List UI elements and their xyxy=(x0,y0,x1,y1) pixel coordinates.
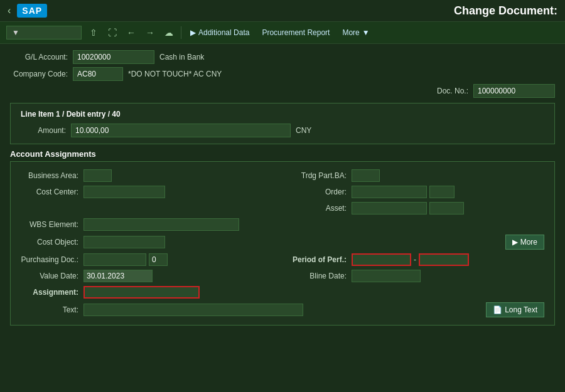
text-field: Text: xyxy=(21,304,483,316)
asset-label: Asset: xyxy=(289,204,352,213)
doc-no-row: Doc. No.: xyxy=(10,84,555,98)
order-label: Order: xyxy=(289,188,352,196)
business-area-label: Business Area: xyxy=(21,171,83,180)
cost-center-field: Cost Center: xyxy=(21,186,276,198)
cost-object-input[interactable] xyxy=(83,236,165,248)
cloud-icon[interactable]: ☁ xyxy=(162,26,176,40)
company-code-label: Company Code: xyxy=(10,70,73,78)
period-of-perf-input2[interactable] xyxy=(419,253,469,266)
order-field: Order: xyxy=(276,186,544,198)
procurement-report-button[interactable]: Procurement Report xyxy=(258,26,333,39)
purchasing-doc-row: Purchasing Doc.: Period of Perf.: - xyxy=(21,253,544,266)
line-item-box: Line Item 1 / Debit entry / 40 Amount: C… xyxy=(10,103,555,144)
forward-document-icon[interactable]: → xyxy=(143,26,157,40)
bline-date-label: Bline Date: xyxy=(289,272,352,280)
trdg-part-ba-input[interactable] xyxy=(352,169,380,182)
assignment-label: Assignment: xyxy=(21,288,83,297)
text-input[interactable] xyxy=(83,304,303,316)
bline-date-input[interactable] xyxy=(352,270,421,282)
company-code-row: Company Code: *DO NOT TOUCH* AC CNY xyxy=(10,67,555,81)
header-left: ‹ SAP xyxy=(8,4,47,18)
assignment-field: Assignment: xyxy=(21,286,282,299)
doc-no-label: Doc. No.: xyxy=(437,87,468,95)
more-button-container: ▶ More xyxy=(282,235,544,250)
amount-label: Amount: xyxy=(21,126,71,135)
ba-row: Business Area: Trdg Part.BA: xyxy=(21,169,544,182)
cost-center-row: Cost Center: Order: xyxy=(21,186,544,198)
value-date-label: Value Date: xyxy=(21,272,83,280)
value-date-row: Value Date: Bline Date: xyxy=(21,270,544,282)
back-arrow-icon[interactable]: ‹ xyxy=(8,5,11,16)
assignment-row: Assignment: xyxy=(21,286,544,299)
wbs-element-input[interactable] xyxy=(83,218,239,231)
wbs-field: WBS Element: xyxy=(21,218,282,231)
text-label: Text: xyxy=(21,305,83,314)
text-row: Text: 📄 Long Text xyxy=(21,302,544,317)
cost-center-input[interactable] xyxy=(83,186,165,198)
amount-row: Amount: CNY xyxy=(21,124,544,137)
gl-account-label: G/L Account: xyxy=(10,53,73,61)
cost-object-label: Cost Object: xyxy=(21,238,83,246)
purchasing-doc-input2[interactable] xyxy=(149,253,168,266)
purchasing-doc-label: Purchasing Doc.: xyxy=(21,255,83,264)
trdg-part-ba-field: Trdg Part.BA: xyxy=(276,169,544,182)
currency-text: CNY xyxy=(296,126,311,135)
line-item-title: Line Item 1 / Debit entry / 40 xyxy=(21,110,544,119)
sap-logo: SAP xyxy=(17,4,47,18)
order-input[interactable] xyxy=(352,186,427,198)
long-text-button-container: 📄 Long Text xyxy=(483,302,544,317)
toolbar-divider xyxy=(181,26,181,39)
asset-field: Asset: xyxy=(276,202,544,215)
cost-center-label: Cost Center: xyxy=(21,188,83,196)
trdg-part-ba-label: Trdg Part.BA: xyxy=(289,171,352,180)
header: ‹ SAP Change Document: xyxy=(0,0,565,21)
asset-input2[interactable] xyxy=(429,202,464,215)
image-icon[interactable]: ⛶ xyxy=(105,26,119,40)
wbs-right-spacer xyxy=(282,218,544,231)
wbs-row: WBS Element: xyxy=(21,218,544,231)
gl-account-input[interactable] xyxy=(73,50,154,64)
bline-date-field: Bline Date: xyxy=(276,270,544,282)
asset-row: Asset: xyxy=(21,202,544,215)
back-document-icon[interactable]: ← xyxy=(124,26,138,40)
perf-dash: - xyxy=(414,255,416,264)
assignment-input[interactable] xyxy=(83,286,200,299)
gl-account-row: G/L Account: Cash in Bank xyxy=(10,50,555,64)
long-text-icon: 📄 xyxy=(493,305,502,314)
more-button[interactable]: ▶ More xyxy=(505,235,544,250)
page-title: Change Document: xyxy=(454,4,557,18)
wbs-element-label: WBS Element: xyxy=(21,220,83,229)
amount-input[interactable] xyxy=(71,124,291,137)
company-code-description: *DO NOT TOUCH* AC CNY xyxy=(128,70,222,78)
period-of-perf-label: Period of Perf.: xyxy=(289,255,352,264)
account-assignments-box: Business Area: Trdg Part.BA: Cost Center… xyxy=(10,161,555,326)
cost-object-row: Cost Object: ▶ More xyxy=(21,235,544,250)
doc-no-input[interactable] xyxy=(473,84,555,98)
additional-data-icon: ▶ xyxy=(190,28,196,37)
account-assignments-section: Account Assignments Business Area: Trdg … xyxy=(10,149,555,326)
account-assignments-heading: Account Assignments xyxy=(10,149,555,159)
purchasing-doc-field: Purchasing Doc.: xyxy=(21,253,276,266)
more-chevron-icon: ▼ xyxy=(362,28,370,37)
purchasing-doc-input[interactable] xyxy=(83,253,146,266)
more-toolbar-button[interactable]: More ▼ xyxy=(338,26,373,39)
toolbar-dropdown[interactable]: ▼ xyxy=(6,26,82,40)
main-content: G/L Account: Cash in Bank Company Code: … xyxy=(0,44,565,332)
cost-object-field: Cost Object: xyxy=(21,236,282,248)
dropdown-chevron-icon: ▼ xyxy=(12,28,19,37)
order-input2[interactable] xyxy=(429,186,455,198)
business-area-field: Business Area: xyxy=(21,169,276,182)
value-date-input[interactable] xyxy=(83,270,153,282)
period-of-perf-field: Period of Perf.: - xyxy=(276,253,544,266)
upload-icon[interactable]: ⇧ xyxy=(87,26,100,40)
asset-left-spacer xyxy=(21,202,276,215)
business-area-input[interactable] xyxy=(83,169,112,182)
gl-account-description: Cash in Bank xyxy=(159,53,204,61)
asset-input[interactable] xyxy=(352,202,427,215)
more-icon: ▶ xyxy=(512,238,518,246)
value-date-field: Value Date: xyxy=(21,270,276,282)
long-text-button[interactable]: 📄 Long Text xyxy=(486,302,544,317)
company-code-input[interactable] xyxy=(73,67,123,81)
period-of-perf-input1[interactable] xyxy=(352,253,411,266)
additional-data-button[interactable]: ▶ Additional Data xyxy=(186,26,253,39)
